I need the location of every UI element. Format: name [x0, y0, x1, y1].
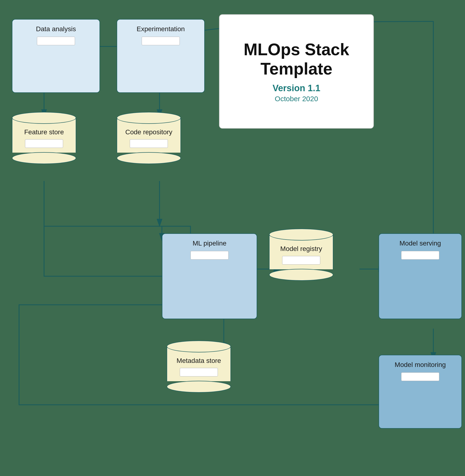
data-analysis-node: Data analysis [12, 19, 100, 93]
metadata-store-input[interactable] [180, 368, 218, 376]
title-card: MLOps Stack Template Version 1.1 October… [219, 14, 374, 128]
title-date: October 2020 [275, 95, 318, 103]
title-main: MLOps Stack Template [232, 40, 361, 78]
model-registry-cylinder: Model registry [269, 229, 333, 281]
model-registry-label: Model registry [280, 245, 322, 253]
data-analysis-input[interactable] [37, 37, 75, 45]
feature-store-cylinder: Feature store [12, 112, 76, 164]
metadata-store-label: Metadata store [177, 357, 221, 365]
feature-store-label: Feature store [24, 128, 64, 136]
experimentation-node: Experimentation [117, 19, 205, 93]
model-serving-input[interactable] [401, 251, 439, 260]
model-monitoring-node: Model monitoring [379, 355, 462, 429]
code-repository-label: Code repository [125, 128, 172, 136]
ml-pipeline-node: ML pipeline [162, 233, 257, 319]
model-registry-input[interactable] [282, 256, 320, 264]
title-version: Version 1.1 [273, 83, 320, 93]
diagram-container: Data analysis Experimentation MLOps Stac… [0, 0, 465, 476]
metadata-store-cylinder: Metadata store [167, 340, 231, 393]
model-serving-label: Model serving [400, 239, 441, 248]
experimentation-input[interactable] [142, 37, 180, 45]
data-analysis-label: Data analysis [36, 25, 76, 33]
feature-store-input[interactable] [25, 139, 63, 148]
experimentation-label: Experimentation [137, 25, 185, 33]
model-monitoring-label: Model monitoring [395, 360, 446, 369]
model-serving-node: Model serving [379, 233, 462, 319]
ml-pipeline-input[interactable] [190, 251, 229, 260]
code-repository-input[interactable] [130, 139, 168, 148]
ml-pipeline-label: ML pipeline [193, 239, 226, 248]
model-monitoring-input[interactable] [401, 372, 439, 381]
code-repository-cylinder: Code repository [117, 112, 181, 164]
